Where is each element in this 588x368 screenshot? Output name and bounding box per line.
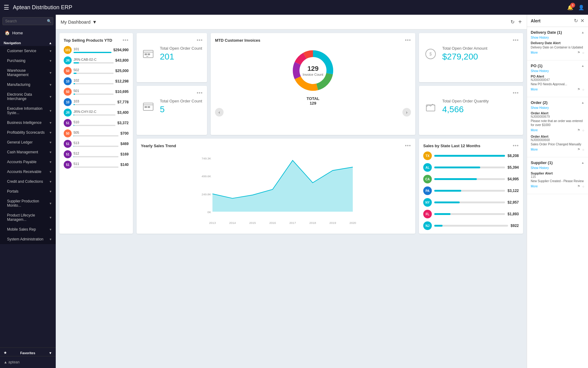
alert-dismiss-button[interactable]: ○ <box>582 128 584 132</box>
open-count-2-menu[interactable]: ••• <box>197 90 203 96</box>
state-bar <box>434 225 443 227</box>
sidebar-item-system-administratio[interactable]: System Administration▼ <box>0 234 56 244</box>
alert-flag-button[interactable]: ⚑ <box>577 51 580 55</box>
alert-close-button[interactable]: ✕ <box>580 18 584 24</box>
state-row: FL $1,893 <box>423 210 519 218</box>
sidebar-item-general-ledger[interactable]: General Ledger▼ <box>0 137 56 147</box>
hamburger-button[interactable]: ☰ <box>4 4 9 11</box>
product-amount: $10,695 <box>115 90 129 94</box>
alert-section: Order (2) ▲ Show History Order Alert NJ0… <box>527 97 588 157</box>
product-row: 101 101 $294,990 <box>64 46 129 54</box>
alert-flag-button[interactable]: ⚑ <box>577 87 580 91</box>
mtd-next-button[interactable]: › <box>402 108 411 117</box>
show-history-button[interactable]: Show History <box>531 106 584 109</box>
dashboard-title-button[interactable]: My Dashboard ▼ <box>61 19 97 25</box>
donut-total-value: 129 <box>310 101 316 105</box>
order-amount-menu[interactable]: ••• <box>513 37 519 43</box>
trend-y-label: 0K <box>207 210 211 214</box>
sidebar-item-cash-management[interactable]: Cash Management▼ <box>0 147 56 157</box>
alert-more-button[interactable]: More <box>531 148 575 151</box>
alert-flag-button[interactable]: ⚑ <box>577 128 580 132</box>
alert-section-collapse[interactable]: ▲ <box>581 31 584 34</box>
sidebar-item-home[interactable]: 🏠 Home <box>0 28 56 38</box>
product-bar <box>74 94 75 95</box>
product-bar <box>74 62 79 63</box>
product-amount: $7,778 <box>117 100 129 104</box>
sidebar-item-manufacturing[interactable]: Manufacturing▼ <box>0 80 56 90</box>
header-actions: ↻ + <box>511 18 522 25</box>
alert-more-button[interactable]: More <box>531 128 575 132</box>
sidebar-item-product-lifecycle-ma[interactable]: Product Lifecycle Managem...▼ <box>0 210 56 224</box>
bell-wrap[interactable]: 🔔 5 <box>567 5 573 10</box>
product-bar <box>74 83 75 84</box>
alert-more-button[interactable]: More <box>531 51 575 54</box>
sales-state-menu[interactable]: ••• <box>513 143 519 148</box>
mtd-menu[interactable]: ••• <box>405 37 411 43</box>
alert-refresh-button[interactable]: ↻ <box>574 18 578 24</box>
product-row: 51 511 $140 <box>64 161 129 169</box>
order-qty-menu[interactable]: ••• <box>513 90 519 96</box>
alert-section-collapse[interactable]: ▲ <box>581 64 584 67</box>
sidebar-item-accounts-receivable[interactable]: Accounts Receivable▼ <box>0 167 56 177</box>
search-input[interactable] <box>2 17 53 25</box>
sidebar-item-portals[interactable]: Portals▼ <box>0 186 56 196</box>
alert-item-title: Order Alert <box>531 111 584 115</box>
alert-section: Delivery Date (1) ▲ Show History Deliver… <box>527 27 588 60</box>
show-history-button[interactable]: Show History <box>531 166 584 170</box>
user-icon[interactable]: 👤 <box>578 5 584 10</box>
alert-section-name: Order (2) <box>531 100 548 105</box>
alert-flag-button[interactable]: ⚑ <box>577 148 580 151</box>
alert-flag-button[interactable]: ⚑ <box>577 184 580 188</box>
show-history-button[interactable]: Show History <box>531 36 584 39</box>
yearly-trend-menu[interactable]: ••• <box>405 143 411 148</box>
sidebar-item-customer-service[interactable]: Customer Service▼ <box>0 46 56 56</box>
alert-more-button[interactable]: More <box>531 88 575 91</box>
sidebar-item-warehouse-management[interactable]: Warehouse Management▼ <box>0 66 56 80</box>
product-badge: 51 <box>64 119 72 127</box>
alert-section-collapse[interactable]: ▲ <box>581 161 584 164</box>
product-amount: $3,400 <box>117 110 129 115</box>
svg-rect-8 <box>148 106 150 108</box>
alert-section-name: PO (1) <box>531 63 542 68</box>
alert-section-name: Delivery Date (1) <box>531 30 562 35</box>
mtd-prev-button[interactable]: ‹ <box>215 108 224 117</box>
alert-dismiss-button[interactable]: ○ <box>582 51 584 55</box>
alert-dismiss-button[interactable]: ○ <box>582 88 584 91</box>
nav-collapse-icon[interactable]: ▲ <box>49 41 52 45</box>
show-history-button[interactable]: Show History <box>531 69 584 73</box>
sidebar-item-purchasing[interactable]: Purchasing▼ <box>0 56 56 66</box>
state-amount: $8,208 <box>507 154 519 158</box>
product-id: JRN-CAB-02-C <box>74 58 114 61</box>
alert-section-collapse[interactable]: ▲ <box>581 101 584 104</box>
open-count-1-icon <box>141 47 156 61</box>
sidebar-item-accounts-payable[interactable]: Accounts Payable▼ <box>0 157 56 167</box>
sidebar-favorites[interactable]: ★ Favorites ▼ <box>0 347 56 356</box>
open-count-1-label: Total Open Order Count <box>160 46 202 51</box>
alert-sections: Delivery Date (1) ▲ Show History Deliver… <box>527 27 588 194</box>
sidebar-item-business-intelligenc[interactable]: Business Intelligence▼ <box>0 118 56 128</box>
sidebar-item-mobile-sales-rep[interactable]: Mobile Sales Rep▼ <box>0 224 56 234</box>
add-widget-button[interactable]: + <box>518 18 522 25</box>
open-count-2-metric: Total Open Order Count 5 <box>141 99 203 114</box>
sidebar-item-executive-informatio[interactable]: Executive Information Syste...▼ <box>0 104 56 118</box>
top-selling-menu[interactable]: ••• <box>123 37 129 43</box>
product-amount: $169 <box>120 152 129 156</box>
order-amount-metric: $ Total Open Order Amount $279,200 <box>423 46 519 62</box>
open-count-1-menu[interactable]: ••• <box>197 37 203 43</box>
alert-item-desc: New PO Needs Approval... <box>531 82 584 86</box>
product-bar-wrap <box>74 83 114 84</box>
product-bar <box>74 104 75 105</box>
product-amount: $25,000 <box>115 69 129 73</box>
alert-item-title: PO Alert <box>531 75 584 78</box>
alert-panel: Alert ↻ ✕ Delivery Date (1) ▲ Show Histo… <box>527 15 588 368</box>
refresh-button[interactable]: ↻ <box>511 19 514 25</box>
alert-dismiss-button[interactable]: ○ <box>582 148 584 151</box>
sidebar-item-supplier-production-[interactable]: Supplier Production Monito...▼ <box>0 196 56 210</box>
alert-more-button[interactable]: More <box>531 185 575 188</box>
sidebar-item-electronic-data-inte[interactable]: Electronic Data Interchange▼ <box>0 90 56 104</box>
alert-dismiss-button[interactable]: ○ <box>582 185 584 188</box>
state-bar <box>434 167 480 168</box>
sidebar-item-credit-and-collectio[interactable]: Credit and Collections▼ <box>0 177 56 186</box>
sidebar: 🔍 🏠 Home Navigation ▲ Customer Service▼P… <box>0 15 56 368</box>
sidebar-item-profitability-scorec[interactable]: Profitability Scorecards▼ <box>0 128 56 137</box>
